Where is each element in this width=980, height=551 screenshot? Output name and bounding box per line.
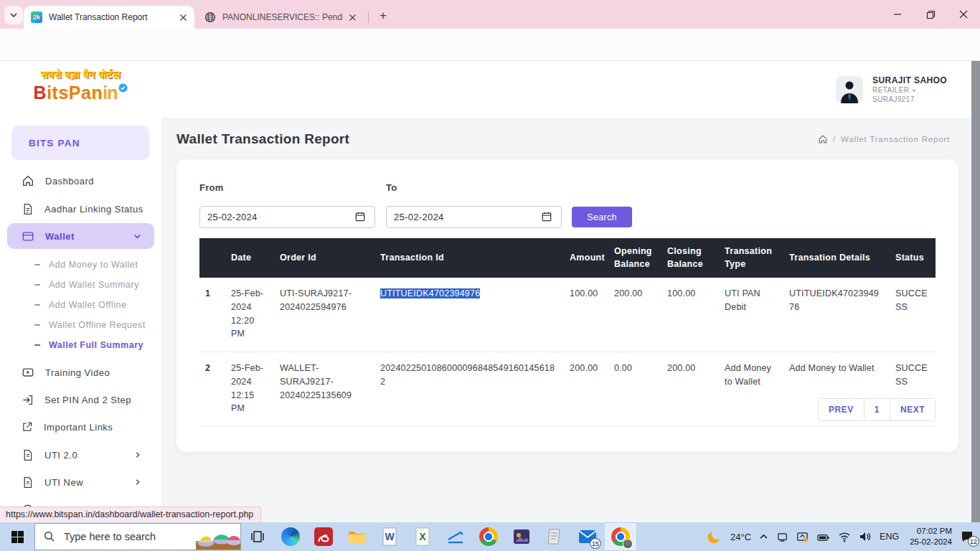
selected-transaction-id[interactable]: UTITUEIDK4702394976 — [380, 288, 480, 298]
wifi-icon[interactable] — [838, 531, 851, 542]
chevron-right-icon — [134, 451, 141, 458]
restore-button[interactable] — [914, 0, 947, 29]
taskbar-app-chrome-profile[interactable] — [604, 522, 637, 551]
col-date: Date — [225, 238, 274, 278]
col-index — [199, 238, 225, 278]
login-arrow-icon — [22, 394, 34, 406]
taskbar-app-scanner[interactable] — [439, 522, 472, 551]
taskbar-app-chrome[interactable] — [472, 522, 505, 551]
browser-tabstrip: 2k Wallet Transaction Report PANONLINESE… — [0, 0, 980, 29]
col-amount: Amount — [564, 238, 608, 278]
page-number-button[interactable]: 1 — [864, 399, 890, 420]
prev-page-button[interactable]: PREV — [819, 399, 864, 420]
chevron-down-icon — [133, 232, 141, 240]
holi-festival-graphic — [193, 524, 240, 550]
user-id: SURAJ9217 — [872, 95, 947, 105]
task-view-button[interactable] — [241, 522, 274, 551]
sidebar-item-training-video[interactable]: Training Video — [7, 359, 154, 386]
screen-share-icon[interactable] — [796, 531, 809, 543]
webpage: सबसे बड़ा पैन पोर्टल BitsPanin BITS PAN … — [0, 61, 980, 522]
sidebar-item-aadhar-linking-status[interactable]: Aadhar Linking Status — [7, 195, 154, 222]
tab-panonlineservices[interactable]: PANONLINESERVICES:: Pending — [197, 6, 364, 29]
taskbar-app-file-explorer[interactable] — [340, 522, 373, 551]
close-tab-icon[interactable] — [179, 14, 187, 22]
col-transation-type: Transation Type — [719, 238, 783, 278]
browser-toolbar: bitspan.in/dashboard/wallet-transaction-… — [0, 29, 980, 61]
new-tab-button[interactable]: + — [374, 7, 392, 24]
close-tab-icon[interactable] — [349, 14, 357, 22]
screen: 2k Wallet Transaction Report PANONLINESE… — [0, 0, 980, 551]
sidebar-item-uti-20[interactable]: UTI 2.0 — [7, 441, 154, 468]
user-meta[interactable]: SURAJIT SAHOO RETAILER SURAJ9217 — [872, 75, 947, 104]
taskbar-search[interactable] — [34, 523, 241, 550]
tab-title: Wallet Transaction Report — [49, 12, 174, 22]
taskbar-app-photo-viewer[interactable] — [505, 522, 538, 551]
verified-badge-icon — [118, 83, 128, 93]
document-icon — [22, 449, 34, 461]
close-window-button[interactable] — [947, 0, 980, 29]
page-scrollbar[interactable] — [971, 61, 980, 522]
document-icon — [22, 203, 34, 215]
link-status-bubble: https://www.bitspan.in/dashboard/wallet-… — [0, 507, 261, 522]
col-order-id: Order Id — [274, 238, 374, 278]
col-transation-details: Transation Details — [783, 238, 890, 278]
taskbar-app-excel[interactable]: X — [406, 522, 439, 551]
sidebar-subitem-add-money-to-wallet[interactable]: Add Money to Wallet — [7, 255, 154, 275]
tab-search-button[interactable] — [4, 6, 23, 24]
tab-divider — [368, 11, 369, 23]
sidebar-item-set-pin[interactable]: Set PIN And 2 Step — [7, 386, 154, 413]
sidebar-subitem-add-wallet-offline[interactable]: Add Wallet Offline — [7, 295, 154, 315]
sidebar-subitem-wallet-offline-request[interactable]: Wallet Offline Request — [7, 315, 154, 335]
user-avatar[interactable] — [836, 76, 863, 103]
mail-badge: 15 — [590, 538, 601, 549]
status-badge: SUCCESS — [890, 278, 936, 352]
sidebar-item-dashboard[interactable]: Dashboard — [7, 167, 154, 194]
notification-center-button[interactable]: 12 — [960, 530, 974, 543]
battery-icon[interactable] — [816, 531, 830, 543]
temperature[interactable]: 24°C — [730, 532, 751, 542]
globe-icon — [204, 11, 216, 23]
dash-icon — [34, 324, 40, 326]
next-page-button[interactable]: NEXT — [890, 399, 935, 420]
from-date-input[interactable] — [199, 206, 375, 228]
sidebar-item-uti-new[interactable]: UTI New — [7, 468, 154, 496]
content-topbar: SURAJIT SAHOO RETAILER SURAJ9217 — [161, 61, 971, 119]
user-role: RETAILER — [872, 86, 909, 95]
search-icon — [44, 531, 55, 542]
taskbar-app-edge[interactable] — [274, 522, 307, 551]
search-button[interactable]: Search — [572, 207, 632, 227]
sidebar-section-bits-pan[interactable]: BITS PAN — [11, 126, 149, 160]
taskbar-search-input[interactable] — [62, 530, 170, 543]
volume-icon[interactable] — [859, 531, 872, 542]
taskbar-app-acrobat[interactable] — [307, 522, 340, 551]
start-button[interactable] — [0, 522, 34, 551]
minimize-button[interactable] — [881, 0, 914, 29]
clock[interactable]: 07:02 PM 25-02-2024 — [910, 526, 952, 547]
wallet-icon — [22, 230, 34, 242]
taskbar-app-notepad[interactable] — [538, 522, 571, 551]
taskbar-app-word[interactable]: W — [373, 522, 406, 551]
tab-wallet-transaction-report[interactable]: 2k Wallet Transaction Report — [24, 6, 194, 29]
weather-moon-icon[interactable] — [707, 529, 722, 545]
svg-text:X: X — [419, 531, 426, 542]
clock-time: 07:02 PM — [910, 526, 952, 537]
cast-icon[interactable] — [776, 531, 788, 543]
home-icon[interactable] — [818, 134, 828, 144]
sidebar-subitem-add-wallet-summary[interactable]: Add Wallet Summary — [7, 275, 154, 295]
caret-down-icon — [911, 88, 917, 93]
sidebar-item-wallet[interactable]: Wallet — [7, 223, 154, 249]
title-row: Wallet Transaction Report / Wallet Trans… — [161, 119, 971, 159]
col-transaction-id: Transaction Id — [374, 238, 564, 278]
chevron-right-icon — [134, 479, 141, 486]
from-label: From — [199, 182, 224, 193]
col-closing-balance: Closing Balance — [661, 238, 719, 278]
sidebar-subitem-wallet-full-summary[interactable]: Wallet Full Summary — [7, 335, 154, 355]
breadcrumb: / Wallet Transaction Report — [818, 134, 950, 144]
sidebar-item-important-links[interactable]: Important Links — [7, 413, 154, 441]
table-header-row: Date Order Id Transaction Id Amount Open… — [199, 238, 936, 278]
tray-chevron-up-icon[interactable] — [759, 532, 768, 542]
language-indicator[interactable]: ENG — [880, 532, 899, 542]
to-date-input[interactable] — [386, 206, 562, 228]
bitspan-logo[interactable]: सबसे बड़ा पैन पोर्टल BitsPanin — [0, 68, 161, 103]
taskbar-app-mail[interactable]: 15 — [571, 522, 604, 551]
